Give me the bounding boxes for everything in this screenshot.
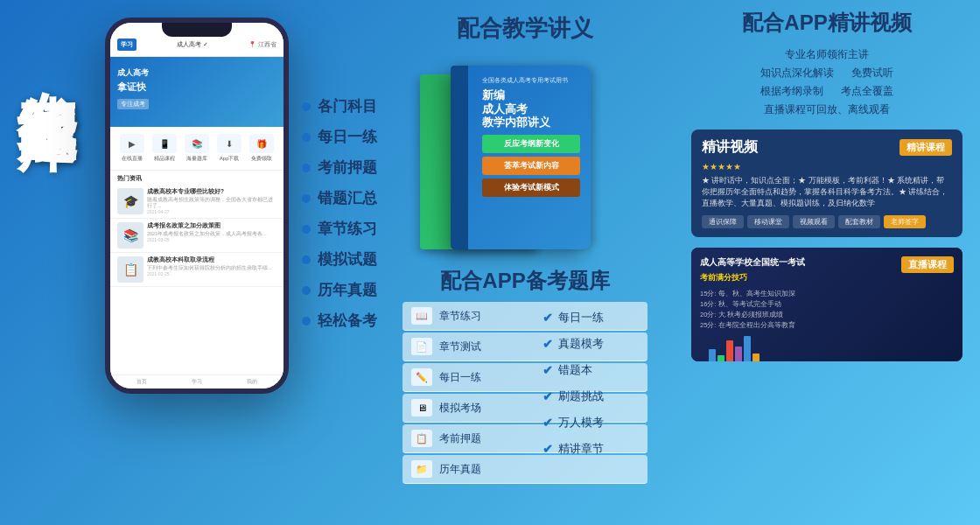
feature-label-5: 章节练习 — [318, 219, 377, 239]
right-section: 配合APP精讲视频 专业名师领衔主讲 知识点深化解读 免费试听 根据考纲录制 考… — [691, 9, 962, 361]
live-icon: ▶ — [120, 134, 144, 153]
phone-icon-free[interactable]: 🎁 免费领取 — [249, 134, 274, 163]
check-mark-4: ✔ — [542, 389, 553, 403]
book-container: 全国各类成人高考专用考试用书 新编成人高考教学内部讲义 反应考纲新变化 荟萃考试… — [411, 57, 630, 258]
phone-icon-course[interactable]: 📱 精品课程 — [152, 134, 177, 163]
book-spine — [451, 66, 468, 249]
feature-item-6: 模拟试题 — [302, 249, 377, 270]
check-mark-6: ✔ — [542, 442, 553, 456]
app-study-title: 配合APP备考题库 — [394, 267, 656, 295]
check-item-6: ✔ 精讲章节 — [542, 436, 665, 462]
bottom-item-home[interactable]: 首页 — [136, 379, 147, 385]
study-icon-4: 🖥 — [411, 399, 432, 416]
feature-item-5: 章节练习 — [302, 219, 377, 239]
check-mark-1: ✔ — [542, 311, 553, 325]
check-item-2: ✔ 真题模考 — [542, 331, 665, 357]
live-text-line-4: 25分: 在考院全程出分高等教育 — [700, 320, 954, 331]
free-label: 免费领取 — [251, 155, 272, 163]
phone-icon-app[interactable]: ⬇ App下载 — [217, 134, 242, 163]
bullet-8 — [302, 317, 311, 326]
course-label: 精品课程 — [154, 155, 175, 163]
video-card-desc: ★ 讲时话中，知识点全面；★ 万能模板，考前利器！★ 系统精讲，帮你把握历年全面… — [702, 175, 952, 208]
live-label: 在线直播 — [122, 155, 143, 163]
video-card-header: 精讲视频 精讲课程 — [702, 138, 952, 157]
video-tag-2[interactable]: 移动课堂 — [747, 215, 789, 228]
feature-label-2: 每日一练 — [318, 127, 377, 147]
bank-icon: 📚 — [185, 134, 209, 153]
live-bar-7 — [752, 354, 760, 361]
news-headline-3: 成教高校本科取取录流程 — [147, 256, 276, 263]
video-feature-6: 直播课程可回放、离线观看 — [764, 102, 890, 117]
live-text-line-3: 20分: 大.秋考必须报班成绩 — [700, 310, 954, 320]
video-card-title: 精讲视频 — [702, 138, 758, 157]
feature-label-4: 错题汇总 — [318, 188, 377, 208]
bullet-6 — [302, 256, 311, 264]
live-bar-6 — [744, 336, 751, 361]
live-card-text: 15分: 每、秋、高考生知识加深 16分: 秋、等考试完全手动 20分: 大.秋… — [700, 289, 954, 331]
feature-item-1: 各门科目 — [302, 96, 377, 116]
phone-icon-live[interactable]: ▶ 在线直播 — [120, 134, 144, 163]
check-mark-2: ✔ — [542, 337, 553, 351]
phone-logo: 学习 — [117, 38, 136, 51]
bullet-5 — [302, 225, 311, 234]
live-text-line-1: 15分: 每、秋、高考生知识加深 — [700, 289, 954, 299]
main-title: 在线智能题库 — [18, 44, 77, 65]
live-chart — [700, 336, 954, 361]
study-icon-1: 📖 — [411, 307, 432, 325]
phone-news-item-1[interactable]: 🎓 成教高校本专业哪些比较好? 随着成教高考招生政策等的调整，全国各大省市都已进… — [110, 185, 284, 219]
study-label-1: 章节练习 — [439, 309, 481, 324]
live-text-line-2: 16分: 秋、等考试完全手动 — [700, 299, 954, 310]
feature-label-8: 轻松备考 — [318, 311, 377, 331]
video-feature-row-3: 根据考纲录制 考点全覆盖 — [691, 84, 962, 99]
book-main: 全国各类成人高考专用考试用书 新编成人高考教学内部讲义 反应考纲新变化 荟萃考试… — [451, 66, 591, 249]
news-img-3: 📋 — [117, 256, 144, 283]
phone-banner-title: 成人高考 — [117, 67, 276, 79]
phone-notch — [162, 23, 232, 37]
feature-label-1: 各门科目 — [318, 96, 377, 116]
study-label-4: 模拟考场 — [439, 401, 481, 416]
phone-icon-bank[interactable]: 📚 海量题库 — [185, 134, 209, 163]
bottom-item-study[interactable]: 学习 — [192, 379, 202, 385]
video-tag-4[interactable]: 配套教材 — [838, 215, 880, 228]
feature-item-2: 每日一练 — [302, 127, 377, 147]
check-mark-3: ✔ — [542, 363, 553, 377]
badge-yellow: 荟萃考试新内容 — [482, 157, 580, 175]
book-badges: 反应考纲新变化 荟萃考试新内容 体验考试新模式 — [482, 135, 580, 197]
video-card-stars: ★★★★★ — [702, 162, 952, 172]
video-card[interactable]: 精讲视频 精讲课程 ★★★★★ ★ 讲时话中，知识点全面；★ 万能模板，考前利器… — [691, 130, 962, 237]
check-label-4: 刷题挑战 — [558, 388, 604, 404]
video-tag-3[interactable]: 视频观看 — [793, 215, 835, 228]
news-desc-3: 下列中参考生应如何获得院校分析内的招生录取手续... — [147, 265, 276, 271]
check-list: ✔ 每日一练 ✔ 真题模考 ✔ 错题本 ✔ 刷题挑战 ✔ 万人模考 ✔ 精讲章节 — [542, 304, 665, 462]
phone-news-item-3[interactable]: 📋 成教高校本科取取录流程 下列中参考生应如何获得院校分析内的招生录取手续...… — [110, 253, 284, 287]
book-main-title: 新编成人高考教学内部讲义 — [482, 88, 580, 130]
phone-icons-row: ▶ 在线直播 📱 精品课程 📚 海量题库 ⬇ App下载 🎁 免费领取 — [110, 127, 284, 171]
check-item-3: ✔ 错题本 — [542, 357, 665, 383]
app-icon: ⬇ — [217, 134, 242, 153]
feature-item-3: 考前押题 — [302, 158, 377, 178]
phone-news-item-2[interactable]: 📚 成考报名政策之加分政策图 2021年成考报名政策之加分政策，成人高考报考各.… — [110, 219, 284, 253]
live-bar-5 — [735, 346, 742, 361]
app-video-title: 配合APP精讲视频 — [691, 9, 962, 37]
bottom-item-me[interactable]: 我的 — [247, 379, 257, 385]
video-tag-1[interactable]: 通识保障 — [702, 215, 744, 228]
video-feature-3: 免费试听 — [851, 66, 893, 80]
video-feature-row-1: 专业名师领衔主讲 — [691, 47, 962, 62]
study-label-6: 历年真题 — [439, 462, 481, 477]
check-label-6: 精讲章节 — [558, 441, 604, 457]
phone-banner-tag: 专注成考 — [117, 99, 149, 109]
video-tag-5[interactable]: 老师签字 — [884, 215, 926, 228]
video-card-tags: 通识保障 移动课堂 视频观看 配套教材 老师签字 — [702, 215, 952, 228]
phone-news-title: 热门资讯 — [110, 171, 284, 185]
bullet-2 — [302, 133, 311, 142]
news-img-2: 📚 — [117, 222, 144, 248]
feature-item-7: 历年真题 — [302, 280, 377, 300]
app-label: App下载 — [220, 155, 240, 163]
course-icon: 📱 — [152, 134, 177, 153]
bullet-4 — [302, 194, 311, 203]
bank-label: 海量题库 — [186, 155, 207, 163]
live-card[interactable]: 成人高等学校全国统一考试 考前满分技巧 15分: 每、秋、高考生知识加深 16分… — [691, 248, 962, 361]
study-label-2: 章节测试 — [439, 340, 481, 354]
news-date-1: 2021-04-27 — [147, 209, 276, 214]
check-label-2: 真题模考 — [558, 336, 604, 352]
